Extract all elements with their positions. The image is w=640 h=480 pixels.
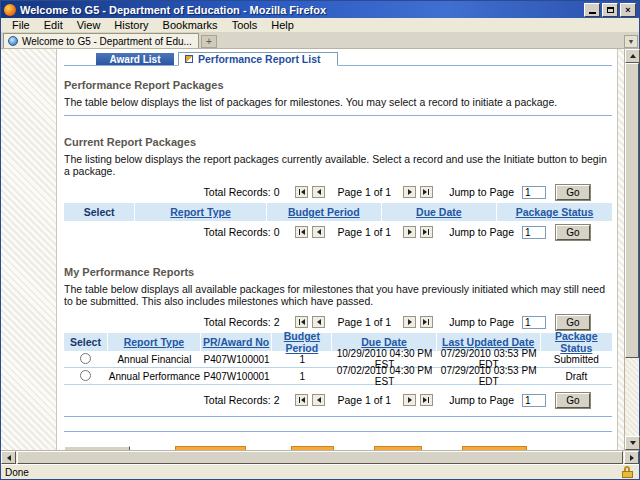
page-viewport: Award List Performance Report List Perfo… — [1, 49, 639, 450]
prev-page-button[interactable] — [312, 316, 325, 328]
vertical-scroll-thumb[interactable] — [625, 63, 639, 358]
menu-file[interactable]: File — [5, 19, 37, 31]
vertical-scroll-track[interactable] — [625, 358, 639, 436]
first-page-button[interactable] — [295, 226, 308, 238]
page-area: Award List Performance Report List Perfo… — [1, 49, 624, 450]
action-button-bar: < Previous Edit Report Copy Delete Unsub… — [64, 446, 612, 450]
total-records: Total Records: 2 — [204, 394, 280, 406]
jump-to-page-input[interactable] — [522, 316, 546, 329]
previous-button[interactable]: < Previous — [64, 446, 130, 450]
prev-page-button[interactable] — [312, 394, 325, 406]
horizontal-scrollbar[interactable] — [1, 450, 639, 464]
scroll-down-button[interactable] — [625, 436, 640, 450]
next-page-button[interactable] — [403, 186, 416, 198]
col-select: Select — [64, 203, 135, 221]
jump-to-page-label: Jump to Page — [449, 226, 514, 238]
first-page-button[interactable] — [295, 316, 308, 328]
menu-bookmarks[interactable]: Bookmarks — [156, 19, 225, 31]
next-page-button[interactable] — [403, 316, 416, 328]
col-due-date[interactable]: Due Date — [382, 203, 497, 221]
scroll-left-button[interactable] — [1, 451, 16, 464]
jump-to-page-label: Jump to Page — [449, 394, 514, 406]
restore-icon — [607, 7, 614, 13]
cell-pr-award-no: P407W100001 — [201, 371, 272, 382]
tab-performance-report-list[interactable]: Performance Report List — [178, 52, 338, 66]
scroll-up-button[interactable] — [625, 49, 640, 63]
last-page-button[interactable] — [420, 394, 433, 406]
page-indicator: Page 1 of 1 — [337, 186, 391, 198]
go-button[interactable]: Go — [556, 225, 590, 240]
menu-history[interactable]: History — [107, 19, 155, 31]
tab-performance-report-list-label: Performance Report List — [198, 53, 321, 65]
last-page-button[interactable] — [420, 316, 433, 328]
col-report-type[interactable]: Report Type — [135, 203, 267, 221]
report-tab-icon — [185, 55, 193, 63]
jump-to-page-input[interactable] — [522, 394, 546, 407]
jump-to-page-input[interactable] — [522, 186, 546, 199]
my-performance-reports-heading: My Performance Reports — [64, 266, 612, 278]
tab-list-dropdown-button[interactable]: ▼ — [624, 35, 638, 48]
close-button[interactable]: × — [620, 3, 636, 17]
horizontal-scroll-thumb[interactable] — [17, 451, 623, 464]
first-page-button[interactable] — [295, 186, 308, 198]
pagination-current-top: Total Records: 0 Page 1 of 1 Jump to Pag… — [64, 184, 612, 200]
scroll-right-button[interactable] — [624, 451, 639, 464]
my-performance-reports-description: The table below displays all available p… — [64, 283, 612, 307]
col-package-status[interactable]: Package Status — [541, 333, 612, 351]
cell-report-type: Annual Performance — [108, 371, 201, 382]
new-tab-button[interactable]: + — [201, 35, 217, 48]
cell-budget-period: 1 — [272, 371, 332, 382]
menu-tools[interactable]: Tools — [225, 19, 265, 31]
page-content: Award List Performance Report List Perfo… — [64, 49, 612, 450]
right-arrow-icon — [630, 455, 634, 461]
menu-bar: File Edit View History Bookmarks Tools H… — [1, 18, 639, 33]
copy-button[interactable]: Copy — [291, 446, 334, 450]
cell-pr-award-no: P407W100001 — [201, 354, 272, 365]
col-report-type[interactable]: Report Type — [108, 333, 201, 351]
page-tab-strip: Award List Performance Report List — [64, 51, 612, 66]
menu-edit[interactable]: Edit — [37, 19, 70, 31]
unsubmit-button[interactable]: Unsubmit — [462, 446, 526, 450]
col-package-status[interactable]: Package Status — [497, 203, 612, 221]
next-page-button[interactable] — [403, 226, 416, 238]
last-page-button[interactable] — [420, 226, 433, 238]
page-indicator: Page 1 of 1 — [337, 226, 391, 238]
go-button[interactable]: Go — [556, 185, 590, 200]
tab-award-list[interactable]: Award List — [96, 53, 174, 65]
table-row: Annual Performance P407W100001 1 07/02/2… — [64, 368, 612, 385]
go-button[interactable]: Go — [556, 393, 590, 408]
browser-tab[interactable]: Welcome to G5 - Department of Edu... — [3, 33, 199, 48]
jump-to-page-input[interactable] — [522, 226, 546, 239]
status-text: Done — [5, 467, 622, 478]
first-page-icon — [301, 189, 305, 195]
row-select-radio[interactable] — [80, 353, 91, 364]
col-pr-award-no[interactable]: PR/Award No — [201, 333, 272, 351]
jump-to-page-label: Jump to Page — [449, 316, 514, 328]
window-title: Welcome to G5 - Department of Education … — [20, 4, 582, 16]
cell-package-status: Draft — [541, 371, 612, 382]
current-report-packages-description: The listing below displays the report pa… — [64, 153, 612, 177]
pagination-myreports-bottom: Total Records: 2 Page 1 of 1 Jump to Pag… — [64, 392, 612, 408]
restore-button[interactable] — [602, 3, 618, 17]
last-page-button[interactable] — [420, 186, 433, 198]
divider-line — [64, 431, 612, 432]
prev-page-button[interactable] — [312, 226, 325, 238]
go-button[interactable]: Go — [556, 315, 590, 330]
vertical-scrollbar[interactable] — [624, 49, 639, 450]
menu-view[interactable]: View — [70, 19, 108, 31]
menu-help[interactable]: Help — [264, 19, 301, 31]
minimize-icon — [589, 12, 596, 14]
first-page-button[interactable] — [295, 394, 308, 406]
cell-budget-period: 1 — [272, 354, 332, 365]
total-records: Total Records: 0 — [204, 226, 280, 238]
col-budget-period[interactable]: Budget Period — [272, 333, 332, 351]
col-budget-period[interactable]: Budget Period — [267, 203, 382, 221]
delete-button[interactable]: Delete — [374, 446, 422, 450]
prev-page-button[interactable] — [312, 186, 325, 198]
edit-report-button[interactable]: Edit Report — [175, 446, 247, 450]
total-records: Total Records: 0 — [204, 186, 280, 198]
row-select-radio[interactable] — [80, 370, 91, 381]
total-records-label: Total Records: — [204, 186, 271, 198]
next-page-button[interactable] — [403, 394, 416, 406]
minimize-button[interactable] — [584, 3, 600, 17]
